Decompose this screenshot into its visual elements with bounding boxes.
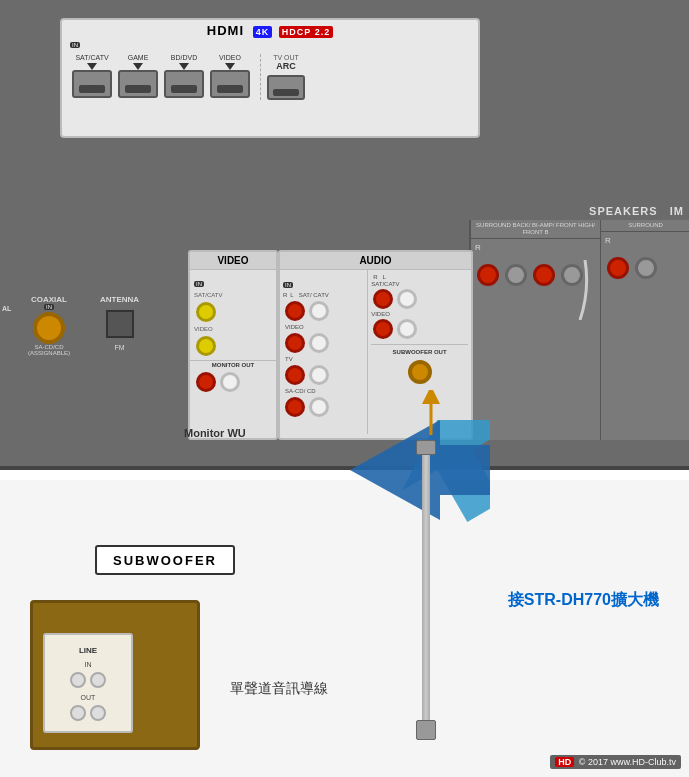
speaker-terminal-black-1[interactable] (505, 264, 527, 286)
coaxial-group: COAXIAL IN SA-CD/CD (ASSIGNABLE) (28, 295, 70, 356)
audio-rca-row-video (283, 331, 364, 355)
hdmi-port-bddvd: BD/DVD (164, 54, 204, 98)
hdmi-section: HDMI 4K HDCP 2.2 IN SAT/CATV GAME BD/DVD (60, 18, 480, 138)
speaker-col-surround-back: SURROUND BACK/ BI-AMP/ FRONT HIGH/ FRONT… (471, 220, 601, 440)
cable-line (422, 448, 430, 738)
video-title: VIDEO (190, 252, 276, 270)
arc-connector[interactable] (267, 75, 305, 100)
hdmi-ports-row: SAT/CATV GAME BD/DVD VIDEO (62, 52, 478, 102)
rca-white-out-1[interactable] (397, 289, 417, 309)
sub-rca-in-2[interactable] (90, 672, 106, 688)
rca-red-sat[interactable] (285, 301, 305, 321)
receiver-panel: HDMI 4K HDCP 2.2 IN SAT/CATV GAME BD/DVD (0, 0, 689, 470)
rca-red-out-2[interactable] (373, 319, 393, 339)
hdmi-text: HDMI (207, 23, 244, 38)
rca-white-monitor[interactable] (220, 372, 240, 392)
speaker-terminal-black-3[interactable] (635, 257, 657, 279)
monitor-out-rca-row (190, 369, 276, 395)
big-blue-arrow (350, 420, 490, 544)
hdmi-arrow-video (225, 63, 235, 70)
sub-panel: LINE IN OUT (43, 633, 133, 733)
hdmi-label: HDMI 4K HDCP 2.2 (62, 20, 478, 40)
hdmi-connector-bddvd[interactable] (164, 70, 204, 98)
subwoofer-box-label: SUBWOOFER (113, 553, 217, 568)
arc-label: ARC (276, 61, 296, 71)
annotation-cable: 單聲道音訊導線 (230, 680, 328, 698)
cable-connector-bottom (416, 720, 436, 740)
rca-white-tv[interactable] (309, 365, 329, 385)
subwoofer-box: LINE IN OUT (30, 600, 200, 750)
speakers-title: SPEAKERS IM (589, 205, 684, 217)
rca-red-out-1[interactable] (373, 289, 393, 309)
hdmi-arrow-game (133, 63, 143, 70)
audio-out-video-row (371, 317, 468, 341)
hdmi-hdcp-badge: HDCP 2.2 (279, 26, 333, 38)
rca-white-sacd[interactable] (309, 397, 329, 417)
rca-red-tv[interactable] (285, 365, 305, 385)
speaker-r-label: R (475, 243, 481, 252)
audio-rca-row-sat (283, 299, 364, 323)
audio-rca-row-tv (283, 363, 364, 387)
audio-out-rca-row (371, 287, 468, 311)
speaker-terminal-red-3[interactable] (607, 257, 629, 279)
monitor-wu-text: Monitor WU (184, 427, 246, 439)
rca-white-out-2[interactable] (397, 319, 417, 339)
orange-arrow (421, 390, 441, 444)
hdmi-port-video: VIDEO (210, 54, 250, 98)
audio-section: AUDIO IN R L SAT/ CATV VIDEO (278, 250, 473, 440)
rca-yellow-1[interactable] (196, 302, 216, 322)
hdmi-arrow-sat (87, 63, 97, 70)
coaxial-port[interactable] (33, 312, 65, 344)
video-section: VIDEO IN SAT/CATV VIDEO MONITOR OUT (188, 250, 278, 440)
rca-yellow-2[interactable] (196, 336, 216, 356)
rca-white-video[interactable] (309, 333, 329, 353)
rca-red-monitor[interactable] (196, 372, 216, 392)
sub-rca-in-1[interactable] (70, 672, 86, 688)
hdmi-port-sat: SAT/CATV (72, 54, 112, 98)
hdmi-4k-badge: 4K (253, 26, 273, 38)
hdmi-in-badge: IN (70, 42, 80, 48)
subwoofer-rca-port[interactable] (408, 360, 432, 384)
audio-right: R L SAT/CATV VIDEO SUBWOOFER OUT (368, 270, 471, 434)
hdmi-connector-game[interactable] (118, 70, 158, 98)
monitor-out-label: MONITOR OUT (190, 360, 276, 369)
rca-red-sacd[interactable] (285, 397, 305, 417)
video-rca-row-1 (190, 298, 276, 326)
hdmi-port-game: GAME (118, 54, 158, 98)
al-label: AL (2, 305, 11, 312)
hdmi-connector-video[interactable] (210, 70, 250, 98)
watermark: HD © 2017 www.HD-Club.tv (550, 755, 681, 769)
video-rca-row-2 (190, 332, 276, 360)
speaker-col-surround: SURROUND R (601, 220, 689, 440)
tv-out-label: TV OUT (273, 54, 299, 61)
subwoofer-out-rca (371, 356, 468, 388)
sub-line-label: LINE (79, 646, 97, 655)
antenna-group: ANTENNA FM (100, 295, 139, 351)
subwoofer-out-label: SUBWOOFER OUT (371, 348, 468, 356)
speaker-terminals-right (601, 249, 689, 287)
speaker-terminal-red-1[interactable] (477, 264, 499, 286)
sub-rca-out-1[interactable] (70, 705, 86, 721)
audio-title: AUDIO (280, 252, 471, 270)
subwoofer-out-area: SUBWOOFER OUT (371, 344, 468, 388)
rca-white-sat[interactable] (309, 301, 329, 321)
cable-connector-top (416, 440, 436, 455)
sub-rca-out-2[interactable] (90, 705, 106, 721)
annotation-connect: 接STR-DH770擴大機 (508, 590, 659, 611)
audio-left: IN R L SAT/ CATV VIDEO TV (280, 270, 368, 434)
speakers-section: SURROUND BACK/ BI-AMP/ FRONT HIGH/ FRONT… (469, 220, 689, 440)
hdmi-connector-sat[interactable] (72, 70, 112, 98)
subwoofer-label-box: SUBWOOFER (95, 545, 235, 575)
audio-rca-row-sacd (283, 395, 364, 419)
hdmi-arrow-bddvd (179, 63, 189, 70)
speaker-terminal-red-2[interactable] (533, 264, 555, 286)
rca-red-video[interactable] (285, 333, 305, 353)
wire-graphic (570, 260, 600, 320)
audio-inner: IN R L SAT/ CATV VIDEO TV (280, 270, 471, 434)
antenna-port[interactable] (106, 310, 134, 338)
